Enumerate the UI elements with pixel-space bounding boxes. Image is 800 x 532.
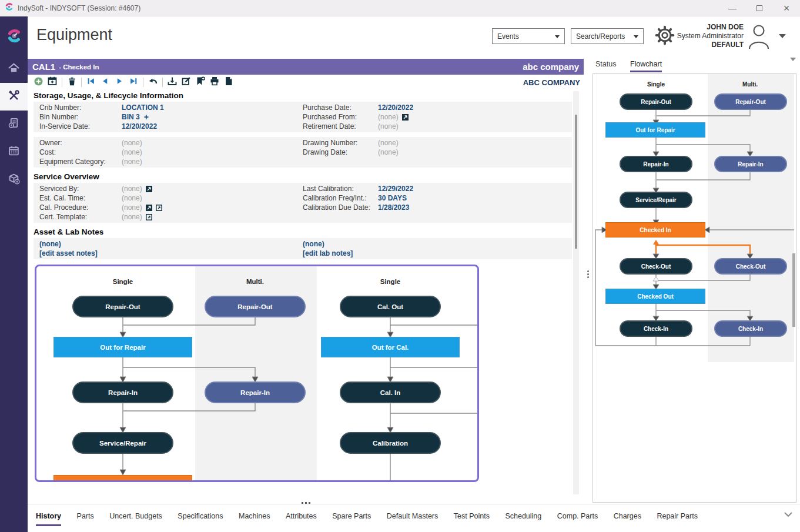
purchased-from-value: (none) <box>378 113 399 121</box>
user-menu-chevron-icon[interactable] <box>779 34 786 38</box>
search-reports-dropdown[interactable]: Search/Reports <box>571 28 644 44</box>
jump-to-icon[interactable] <box>146 186 152 192</box>
tab-test-points[interactable]: Test Points <box>454 512 490 524</box>
flowchart-node-out-for-cal[interactable]: Out for Cal. <box>321 337 460 357</box>
in-service-date-value[interactable]: 12/20/2022 <box>122 122 157 131</box>
add-record-button[interactable] <box>31 76 45 89</box>
tab-history[interactable]: History <box>36 512 61 526</box>
main-vertical-scrollbar[interactable] <box>573 91 579 494</box>
add-event-button[interactable] <box>45 76 59 89</box>
side-node-check-out-multi[interactable]: Check-Out <box>714 258 787 275</box>
storage-section-heading: Storage, Usage, & Lifecycle Information <box>34 91 572 100</box>
tab-specifications[interactable]: Specifications <box>178 512 223 524</box>
user-profile: DEFAULT <box>677 41 744 49</box>
calibration-freq-value[interactable]: 30 DAYS <box>378 194 407 202</box>
open-external-icon[interactable] <box>156 205 162 211</box>
side-node-repair-out-multi[interactable]: Repair-Out <box>714 93 787 110</box>
settings-button[interactable] <box>654 25 675 48</box>
panel-menu-chevron-icon[interactable] <box>790 58 796 61</box>
next-record-button[interactable] <box>112 76 126 89</box>
tab-spare-parts[interactable]: Spare Parts <box>332 512 371 524</box>
flowchart-node-repair-out-single[interactable]: Repair-Out <box>72 296 173 317</box>
import-button[interactable] <box>165 76 179 89</box>
side-node-repair-in-multi[interactable]: Repair-In <box>714 156 787 172</box>
side-node-repair-out-single[interactable]: Repair-Out <box>620 93 692 110</box>
previous-icon <box>101 77 109 88</box>
user-avatar[interactable] <box>746 22 772 52</box>
tab-parts[interactable]: Parts <box>77 512 94 524</box>
flowchart-node-cal-in[interactable]: Cal. In <box>340 382 441 403</box>
last-calibration-value[interactable]: 12/29/2022 <box>378 185 413 193</box>
flowchart-node-checked-in-clipped[interactable] <box>53 475 192 482</box>
side-node-checked-out[interactable]: Checked Out <box>605 289 705 304</box>
tab-machines[interactable]: Machines <box>239 512 270 524</box>
flowchart-node-service-repair[interactable]: Service/Repair <box>72 432 173 454</box>
minimize-button[interactable]: — <box>719 0 746 16</box>
lifecycle-flowchart: Single Multi. Single <box>35 265 479 482</box>
tab-flowchart[interactable]: Flowchart <box>630 60 662 72</box>
tab-repair-parts[interactable]: Repair Parts <box>657 512 697 524</box>
events-dropdown[interactable]: Events <box>492 28 565 44</box>
events-dropdown-label: Events <box>497 32 519 41</box>
field-label: Purchased From: <box>303 113 378 121</box>
tab-scheduling[interactable]: Scheduling <box>505 512 541 524</box>
sidebar-item-home[interactable] <box>0 55 28 83</box>
tabs-overflow-chevron-icon[interactable] <box>784 509 793 520</box>
sidebar-item-inventory[interactable] <box>0 166 28 193</box>
sidebar-item-calendar[interactable] <box>0 138 28 166</box>
tab-status[interactable]: Status <box>595 60 616 71</box>
flowchart-node-calibration[interactable]: Calibration <box>340 432 441 454</box>
close-button[interactable]: × <box>773 0 800 16</box>
sidebar-item-reports[interactable] <box>0 111 28 138</box>
crib-number-link[interactable]: LOCATION 1 <box>122 103 164 112</box>
flowchart-node-cal-out[interactable]: Cal. Out <box>340 296 441 317</box>
side-node-check-out-single[interactable]: Check-Out <box>620 258 692 275</box>
panel-splitter[interactable] <box>587 269 589 279</box>
flowchart-node-out-for-repair[interactable]: Out for Repair <box>53 337 192 357</box>
maximize-button[interactable] <box>746 0 773 16</box>
calibration-due-value[interactable]: 1/28/2023 <box>378 203 409 212</box>
side-node-service-repair[interactable]: Service/Repair <box>620 192 692 208</box>
flowchart-node-repair-in-single[interactable]: Repair-In <box>72 382 173 403</box>
side-panel-scrollbar[interactable] <box>792 253 795 327</box>
side-node-out-for-repair[interactable]: Out for Repair <box>605 122 705 138</box>
bin-number-link[interactable]: BIN 3 <box>122 113 140 121</box>
edit-button[interactable] <box>179 76 193 89</box>
undo-button[interactable] <box>146 76 160 89</box>
flowchart-node-repair-out-multi[interactable]: Repair-Out <box>205 296 306 317</box>
purchase-date-value[interactable]: 12/20/2022 <box>378 103 413 112</box>
trash-icon <box>67 76 77 89</box>
document-button[interactable] <box>222 76 236 89</box>
edit-lab-notes-link[interactable]: [edit lab notes] <box>303 249 566 258</box>
first-record-button[interactable] <box>84 76 98 89</box>
service-section-heading: Service Overview <box>34 172 572 181</box>
print-button[interactable] <box>207 76 222 89</box>
field-crib-number: Crib Number: LOCATION 1 <box>39 103 303 112</box>
tab-default-masters[interactable]: Default Masters <box>387 512 439 524</box>
bookmark-add-button[interactable] <box>193 76 207 89</box>
edit-asset-notes-link[interactable]: [edit asset notes] <box>39 249 303 258</box>
open-external-icon[interactable] <box>146 214 152 220</box>
jump-to-icon[interactable] <box>146 205 152 211</box>
field-est-cal-time: Est. Cal. Time: (none) <box>39 193 303 203</box>
printer-icon <box>209 76 220 89</box>
flowchart-node-repair-in-multi[interactable]: Repair-In <box>205 382 306 403</box>
side-node-check-in-multi[interactable]: Check-In <box>714 320 787 337</box>
side-node-checked-in-current[interactable]: Checked In <box>605 222 705 237</box>
package-add-icon <box>8 172 20 187</box>
field-label: Purchase Date: <box>303 103 378 112</box>
side-node-repair-in-single[interactable]: Repair-In <box>620 156 692 172</box>
side-node-check-in-single[interactable]: Check-In <box>620 320 692 337</box>
tab-attributes[interactable]: Attributes <box>286 512 317 524</box>
jump-to-icon[interactable] <box>402 114 409 121</box>
tab-comp-parts[interactable]: Comp. Parts <box>557 512 598 524</box>
toolbar-separator <box>162 78 163 87</box>
previous-record-button[interactable] <box>98 76 112 89</box>
last-record-button[interactable] <box>126 76 140 89</box>
scrollbar-thumb[interactable] <box>575 115 577 249</box>
add-bin-button[interactable]: + <box>144 113 149 121</box>
tab-uncert-budgets[interactable]: Uncert. Budgets <box>109 512 162 524</box>
delete-button[interactable] <box>65 76 79 89</box>
tab-charges[interactable]: Charges <box>614 512 641 524</box>
sidebar-item-equipment[interactable] <box>0 83 28 111</box>
